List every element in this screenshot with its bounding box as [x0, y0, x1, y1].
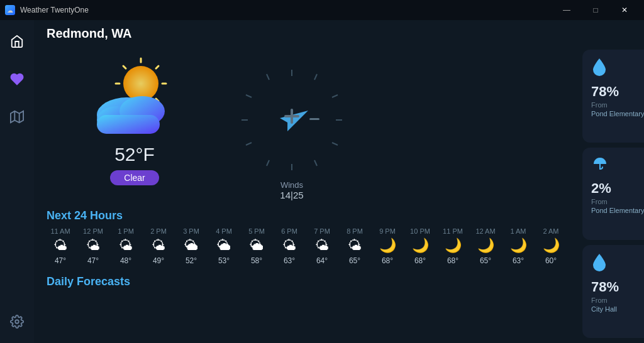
hourly-temp: 65°: [480, 256, 491, 265]
close-button[interactable]: ✕: [610, 0, 639, 20]
hourly-weather-icon: 🌙: [477, 237, 494, 254]
svg-line-24: [314, 160, 317, 166]
stat-value: 2%: [591, 180, 644, 197]
hourly-time: 4 PM: [216, 227, 232, 235]
hourly-time: 3 PM: [183, 227, 199, 235]
svg-marker-0: [11, 111, 23, 122]
hourly-weather-icon: 🌤: [152, 237, 165, 254]
sidebar: [0, 20, 34, 343]
hourly-item: 2 AM 🌙 60°: [537, 227, 565, 265]
hourly-item: 11 PM 🌙 68°: [439, 227, 467, 265]
hourly-item: 1 AM 🌙 63°: [504, 227, 532, 265]
hourly-temp: 64°: [316, 256, 328, 265]
hourly-temp: 63°: [284, 256, 295, 265]
stat-card: 78% From City Hall: [582, 245, 644, 338]
hourly-weather-icon: 🌙: [412, 237, 429, 254]
stat-source: City Hall: [591, 305, 644, 313]
hourly-time: 12 PM: [83, 227, 103, 235]
next24-title: Next 24 Hours: [47, 209, 565, 222]
stat-icon: [591, 253, 644, 275]
hourly-weather-icon: 🌙: [445, 237, 462, 254]
main-content: Redmond, WA: [34, 20, 644, 343]
titlebar-controls: — □ ✕: [552, 0, 639, 20]
svg-rect-31: [291, 109, 293, 124]
hourly-weather-icon: 🌥: [217, 237, 231, 254]
stat-value: 78%: [591, 84, 644, 100]
hourly-item: 6 PM 🌤 63°: [275, 227, 303, 265]
stat-from-label: From: [591, 101, 644, 109]
svg-line-28: [267, 74, 269, 80]
hourly-temp: 68°: [447, 256, 458, 265]
hourly-time: 10 PM: [410, 227, 430, 235]
hourly-item: 12 PM 🌤 47°: [79, 227, 107, 265]
content-area: 52°F Clear: [34, 45, 644, 343]
svg-marker-29: [280, 104, 312, 131]
hourly-time: 12 AM: [475, 227, 495, 235]
sidebar-settings[interactable]: [6, 310, 28, 333]
hourly-time: 7 PM: [314, 227, 330, 235]
maximize-button[interactable]: □: [581, 0, 610, 20]
next24-section: Next 24 Hours 11 AM 🌤 47° 12 PM 🌤 47° 1 …: [47, 209, 565, 268]
sidebar-favorites[interactable]: [6, 68, 28, 90]
app-icon: ☁: [5, 5, 15, 15]
hourly-weather-icon: 🌤: [282, 237, 296, 254]
hourly-scroll[interactable]: 11 AM 🌤 47° 12 PM 🌤 47° 1 PM 🌤 48° 2 PM …: [47, 227, 565, 268]
svg-line-26: [246, 143, 252, 145]
hourly-temp: 60°: [545, 256, 557, 265]
hourly-item: 1 PM 🌤 48°: [112, 227, 140, 265]
sidebar-map[interactable]: [6, 106, 28, 128]
weather-icon: [84, 57, 185, 139]
hourly-time: 2 AM: [543, 227, 558, 235]
hourly-item: 3 PM 🌥 52°: [177, 227, 205, 265]
svg-line-27: [246, 95, 252, 97]
svg-line-23: [332, 143, 338, 145]
stat-from-label: From: [591, 198, 644, 205]
hourly-item: 4 PM 🌥 53°: [210, 227, 238, 265]
hourly-item: 12 AM 🌙 65°: [472, 227, 499, 265]
hourly-item: 9 PM 🌙 68°: [374, 227, 401, 265]
location-header: Redmond, WA: [34, 20, 644, 45]
weather-main: 52°F Clear: [34, 45, 577, 343]
stat-value: 78%: [591, 279, 644, 295]
hourly-item: 5 PM 🌥 58°: [243, 227, 270, 265]
wind-label: Winds: [280, 180, 303, 190]
svg-line-21: [314, 74, 317, 80]
hourly-weather-icon: 🌥: [250, 237, 264, 254]
weather-icon-temp: 52°F Clear: [47, 51, 223, 185]
daily-forecasts-label: Daily Forecasts: [47, 275, 565, 288]
hourly-time: 1 PM: [118, 227, 134, 235]
hourly-time: 2 PM: [150, 227, 167, 235]
hourly-temp: 65°: [349, 256, 360, 265]
titlebar: ☁ Weather TwentyOne — □ ✕: [0, 0, 644, 20]
hourly-time: 11 PM: [443, 227, 463, 235]
hourly-temp: 49°: [153, 256, 164, 265]
hourly-weather-icon: 🌤: [119, 237, 133, 254]
hourly-time: 1 AM: [510, 227, 526, 235]
stat-card: 2% From Pond Elementary: [582, 148, 644, 241]
hourly-weather-icon: 🌙: [543, 237, 560, 254]
svg-line-22: [332, 95, 338, 97]
hourly-temp: 68°: [382, 256, 393, 265]
minimize-button[interactable]: —: [552, 0, 581, 20]
hourly-temp: 52°: [186, 256, 197, 265]
hourly-weather-icon: 🌙: [510, 237, 527, 254]
hourly-weather-icon: 🌤: [86, 237, 100, 254]
compass-svg: [235, 63, 348, 177]
hourly-weather-icon: 🌤: [348, 237, 362, 254]
stat-source: Pond Elementary: [591, 110, 644, 117]
svg-rect-32: [309, 118, 319, 120]
hourly-temp: 63°: [513, 256, 524, 265]
hourly-time: 8 PM: [347, 227, 363, 235]
hourly-weather-icon: 🌙: [379, 237, 396, 254]
titlebar-left: ☁ Weather TwentyOne: [5, 5, 89, 15]
temperature-display: 52°F: [114, 144, 155, 165]
hourly-temp: 48°: [120, 256, 131, 265]
wind-speed-display: 14|25: [280, 190, 303, 200]
stat-card: 78% From Pond Elementary: [582, 50, 644, 143]
stat-from-label: From: [591, 297, 644, 304]
hourly-time: 9 PM: [379, 227, 396, 235]
wind-section: Winds 14|25: [223, 51, 361, 200]
compass-container: [235, 63, 348, 177]
stat-icon: [591, 57, 644, 80]
sidebar-home[interactable]: [6, 30, 28, 53]
